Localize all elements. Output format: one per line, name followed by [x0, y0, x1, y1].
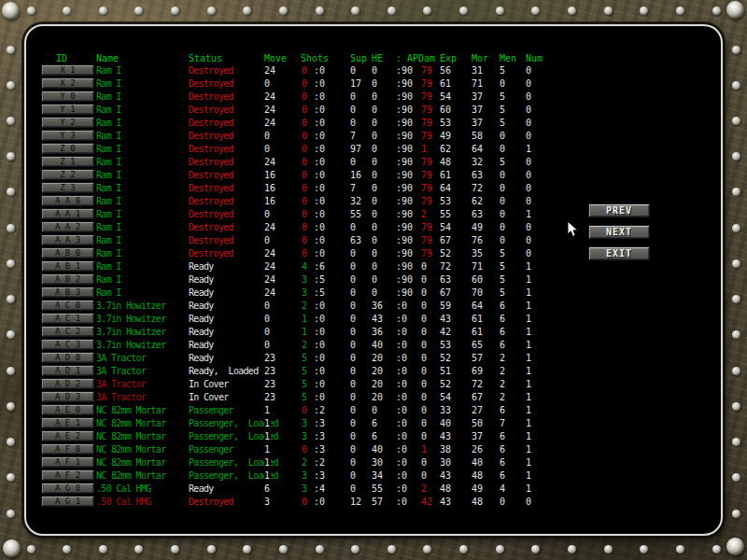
- unit-experience: 61: [440, 78, 451, 90]
- unit-status: Destroyed: [189, 196, 233, 207]
- unit-id-button[interactable]: A F 1: [41, 456, 94, 468]
- unit-num: 1: [526, 314, 531, 325]
- unit-he-ammo: 30: [372, 457, 383, 469]
- rivet-icon: [531, 545, 540, 553]
- unit-id-button[interactable]: Y 2: [41, 117, 94, 128]
- unit-id-button[interactable]: A D 2: [41, 378, 94, 389]
- unit-id-button[interactable]: A C 2: [41, 326, 94, 337]
- unit-suppression: 0: [350, 470, 356, 482]
- unit-id-button[interactable]: X 2: [41, 77, 94, 89]
- unit-id-button[interactable]: A B 2: [41, 273, 94, 285]
- unit-morale: 65: [472, 340, 483, 351]
- unit-id-button[interactable]: Y 3: [41, 130, 94, 141]
- rivet-icon: [496, 7, 504, 15]
- unit-move: 24: [264, 91, 276, 103]
- unit-ap-ammo: 90: [402, 261, 413, 273]
- unit-id-button[interactable]: A C 0: [41, 300, 94, 311]
- rivet-icon: [531, 7, 540, 15]
- unit-id-button[interactable]: A B 1: [41, 260, 94, 272]
- unit-shots-max: 0: [319, 379, 325, 390]
- unit-id-button[interactable]: A E 2: [41, 430, 94, 441]
- unit-id-button[interactable]: A B 3: [41, 287, 94, 298]
- unit-id-button[interactable]: A E 0: [41, 404, 94, 415]
- unit-shots-ready: 0: [302, 170, 307, 181]
- unit-id-button[interactable]: A A 0: [41, 195, 94, 206]
- unit-he-ammo: 0: [372, 274, 377, 286]
- prev-button[interactable]: PREV: [588, 203, 650, 217]
- unit-num: 0: [526, 78, 531, 90]
- unit-id-button[interactable]: A D 1: [41, 365, 94, 376]
- unit-name: 3.7in Howitzer: [96, 340, 166, 351]
- unit-id-button[interactable]: Y 0: [41, 91, 94, 102]
- unit-ap-ammo: 90: [402, 131, 413, 142]
- unit-men: 0: [500, 170, 505, 181]
- unit-name: 3A Tractor: [96, 379, 146, 390]
- unit-morale: 62: [472, 196, 483, 207]
- unit-id-button[interactable]: Z 0: [41, 143, 94, 154]
- unit-row: X 1Ram IDestroyed240:000:9079563150: [0, 64, 747, 77]
- unit-id-button[interactable]: A B 0: [41, 247, 94, 259]
- unit-morale: 67: [472, 392, 483, 403]
- unit-id-button[interactable]: Z 3: [41, 182, 94, 193]
- rivet-icon: [388, 7, 396, 15]
- unit-suppression: 0: [350, 301, 356, 312]
- unit-status: Destroyed: [189, 183, 233, 194]
- unit-he-ammo: 0: [372, 118, 377, 129]
- rivet-icon: [423, 545, 431, 553]
- unit-id-button[interactable]: Z 2: [41, 169, 94, 180]
- unit-id-button[interactable]: A A 1: [41, 208, 94, 219]
- unit-id-button[interactable]: A E 1: [41, 417, 94, 428]
- next-button[interactable]: NEXT: [588, 225, 650, 239]
- unit-id-button[interactable]: A G 0: [41, 483, 94, 494]
- unit-num: 0: [526, 157, 531, 168]
- unit-id-button[interactable]: A G 1: [41, 496, 94, 507]
- exit-button[interactable]: EXIT: [588, 246, 650, 260]
- unit-row: A E 1NC 82mm MortarPassenger, Loaded13:3…: [0, 417, 747, 430]
- unit-row: A F 2NC 82mm MortarPassenger, Loaded13:3…: [0, 469, 747, 483]
- unit-name: .50 Cal HMG: [96, 497, 151, 508]
- unit-ap-ammo: 90: [402, 209, 413, 220]
- unit-id-button[interactable]: X 1: [41, 64, 94, 76]
- unit-status: Destroyed: [189, 235, 233, 246]
- unit-he-ammo: 0: [372, 196, 377, 207]
- unit-suppression: 0: [350, 444, 356, 455]
- unit-id-button[interactable]: A D 0: [41, 352, 94, 363]
- unit-row: Y 0Ram IDestroyed240:000:9079543750: [0, 91, 747, 104]
- unit-id-button[interactable]: A A 3: [41, 234, 94, 245]
- unit-id-button[interactable]: A C 3: [41, 339, 94, 350]
- unit-shots-max: 0: [319, 301, 325, 312]
- unit-suppression: 7: [350, 131, 356, 142]
- unit-row: X 2Ram IDestroyed00:0170:9079617100: [0, 77, 747, 91]
- unit-id-button[interactable]: Z 1: [41, 156, 94, 167]
- unit-id-button[interactable]: A F 2: [41, 469, 94, 481]
- unit-id-button[interactable]: A D 3: [41, 391, 94, 402]
- unit-id-button[interactable]: A C 1: [41, 313, 94, 324]
- unit-num: 0: [526, 248, 531, 259]
- rivet-icon: [568, 7, 576, 15]
- unit-row: Z 2Ram IDestroyed160:0160:9079616300: [0, 169, 747, 182]
- unit-suppression: 0: [350, 248, 356, 259]
- unit-row: A B 2Ram IReady243:500:900636051: [0, 273, 747, 287]
- rivet-icon: [388, 545, 396, 553]
- unit-num: 1: [526, 431, 531, 442]
- unit-move: 0: [264, 314, 271, 325]
- unit-status: Destroyed: [189, 170, 233, 181]
- unit-id-button[interactable]: A A 2: [41, 221, 94, 232]
- column-header-exp: Exp: [440, 53, 457, 64]
- unit-suppression: 0: [350, 118, 356, 129]
- unit-damage: 79: [421, 170, 432, 181]
- unit-damage: 79: [421, 157, 432, 168]
- unit-suppression: 32: [350, 196, 361, 207]
- unit-id-button[interactable]: Y 1: [41, 104, 94, 115]
- unit-row: A B 3Ram IReady243:500:900677051: [0, 287, 747, 300]
- column-header-dam: Dam: [418, 53, 435, 64]
- unit-men: 0: [500, 497, 505, 508]
- unit-experience: 59: [440, 301, 451, 312]
- unit-damage: 0: [421, 301, 427, 312]
- rivet-icon: [676, 545, 684, 553]
- unit-shots-max: 0: [319, 248, 325, 259]
- unit-shots-max: 5: [319, 287, 325, 299]
- unit-damage: 0: [421, 340, 427, 351]
- rivet-icon: [604, 545, 613, 553]
- unit-id-button[interactable]: A F 0: [41, 443, 94, 455]
